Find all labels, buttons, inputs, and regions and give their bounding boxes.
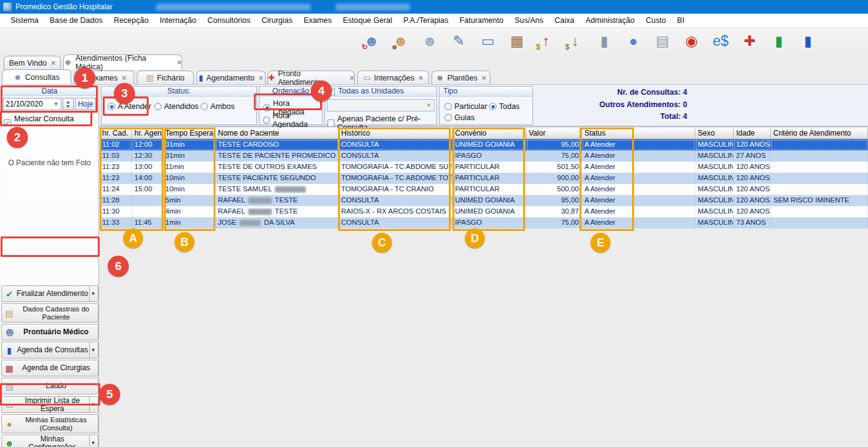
- dropdown-arrow-icon[interactable]: ▼: [89, 435, 97, 447]
- sidebar-button-dados-cadastrais-do-paciente[interactable]: ▤Dados Cadastrais do Paciente: [1, 303, 98, 323]
- radio-a-atender[interactable]: A Atender: [108, 102, 151, 111]
- tab-bem-vindo[interactable]: Bem Vindo×: [4, 56, 61, 69]
- column-header-sexo[interactable]: Sexo: [695, 128, 734, 139]
- sidebar-button-imprimir-lista-de-espera[interactable]: ▭Imprimir Lista de Espera▼: [1, 396, 98, 413]
- column-header-convenio[interactable]: Convênio: [453, 128, 526, 139]
- radio-todas[interactable]: Todas: [489, 102, 519, 111]
- subtab-internacoes[interactable]: ▭Internações×: [357, 71, 429, 84]
- radio-hora-agendada[interactable]: Hora Agendada: [263, 111, 322, 129]
- menu-custo[interactable]: Custo: [640, 14, 672, 27]
- cell-convenio: PARTICULAR: [453, 162, 526, 173]
- close-icon[interactable]: ×: [51, 59, 55, 67]
- unidade-select[interactable]: ▼: [327, 99, 435, 111]
- subtab-fichario[interactable]: ▤Fichário: [137, 71, 194, 84]
- e-billing-icon[interactable]: e$: [710, 30, 731, 52]
- sidebar-button-agenda-de-cirurgias[interactable]: ▦Agenda de Cirurgias: [1, 360, 98, 376]
- sidebar-button-finalizar-atendimento[interactable]: ✔Finalizar Atendimento▼: [1, 285, 98, 302]
- column-header-historico[interactable]: Histórico: [339, 128, 453, 139]
- menu-recepcao[interactable]: Recepção: [108, 14, 154, 27]
- date-select[interactable]: 21/10/2020▼: [3, 98, 61, 110]
- column-header-tempo-espera[interactable]: Tempo Espera: [163, 128, 215, 139]
- tab-label: Bem Vindo: [9, 59, 47, 67]
- menu-caixa[interactable]: Caixa: [549, 14, 580, 27]
- cell-idade: 27 ANOS: [734, 150, 771, 162]
- menu-exames[interactable]: Exames: [298, 14, 337, 27]
- sync-patient-icon-badge: ↻: [362, 43, 368, 51]
- ambulance-icon[interactable]: ✚: [739, 30, 760, 52]
- menu-cirurgias[interactable]: Cirurgias: [256, 14, 298, 27]
- menu-faturamento[interactable]: Faturamento: [454, 14, 509, 27]
- menu-p-a-terapias[interactable]: P.A./Terapias: [398, 14, 454, 27]
- sidebar-button-prontuario-medico[interactable]: ☻Prontuário Médico: [1, 324, 98, 341]
- radio-atendidos[interactable]: Atendidos: [154, 102, 199, 111]
- revenue-arrow-up-icon[interactable]: ↑$: [536, 30, 557, 52]
- medical-record-icon[interactable]: ✎: [448, 30, 469, 52]
- power-off-icon[interactable]: ◉: [681, 30, 702, 52]
- column-header-hr-agend[interactable]: hr. Agend: [132, 128, 163, 139]
- menu-consultorios[interactable]: Consultórios: [202, 14, 256, 27]
- subtab-exames[interactable]: ●Exames×: [74, 71, 134, 84]
- close-icon[interactable]: ×: [482, 74, 486, 82]
- cell-nome: RAFAEL TESTE: [215, 206, 339, 217]
- menu-sistema[interactable]: Sistema: [5, 14, 44, 27]
- today-button[interactable]: Hoje: [75, 98, 96, 110]
- subtab-pronto-atendimento[interactable]: ✚Pronto Atendimento×: [267, 71, 355, 84]
- sidebar-button-agenda-de-consultas[interactable]: ▮Agenda de Consultas▼: [1, 342, 98, 358]
- money-arrow-down-icon[interactable]: ↓$: [565, 30, 586, 52]
- cell-valor: 900,00: [526, 173, 582, 184]
- sidebar-button-minhas-configuracoes[interactable]: ☻Minhas Configurações▼: [1, 435, 98, 447]
- column-header-idade[interactable]: Idade: [734, 128, 771, 139]
- stat-total: Total: 4: [570, 111, 687, 123]
- patients-folder-icon[interactable]: ☻☻: [390, 30, 411, 52]
- menu-administracao[interactable]: Administração: [580, 14, 640, 27]
- cell-nome: JOSE DA SILVA: [215, 217, 339, 228]
- dropdown-arrow-icon[interactable]: ▼: [89, 342, 97, 358]
- promedico-window: Promedico Gestão Hospitalar SistemaBase …: [0, 0, 868, 447]
- menu-sus-ans[interactable]: Sus/Ans: [509, 14, 549, 27]
- data-group-title: Data: [2, 87, 97, 96]
- unidades-header: ✓ Todas as Unidades: [325, 87, 436, 97]
- report-icon[interactable]: ▤: [652, 30, 673, 52]
- subtab-agendamento[interactable]: ▮Agendamento×: [196, 71, 266, 84]
- doctor-icon[interactable]: ☻: [419, 30, 440, 52]
- hospital-bed-icon[interactable]: ▭: [477, 30, 498, 52]
- safe-icon[interactable]: ▮: [594, 30, 615, 52]
- dropdown-arrow-icon[interactable]: ▼: [89, 286, 97, 302]
- radio-particular[interactable]: Particular: [445, 102, 487, 111]
- menu-estoque-geral[interactable]: Estoque Geral: [337, 14, 398, 27]
- column-header-valor[interactable]: Valor: [526, 128, 582, 139]
- cell-sexo: MASCULINO: [695, 184, 734, 195]
- sidebar-button-laudo[interactable]: ▤Laudo: [1, 378, 98, 394]
- radio-label: Guias: [454, 113, 475, 122]
- radio-ambos[interactable]: Ambos: [201, 102, 235, 111]
- close-icon[interactable]: ×: [350, 74, 354, 82]
- tab-label: Exames: [90, 74, 118, 82]
- column-header-criterio-de-atendimento[interactable]: Critério de Atendimento: [771, 128, 868, 139]
- column-header-status[interactable]: Status: [582, 128, 695, 139]
- subtab-consultas[interactable]: ☻Consultas: [2, 69, 71, 84]
- contacts-journal-icon[interactable]: ▮: [797, 30, 818, 52]
- vitals-journal-icon[interactable]: ▮: [768, 30, 789, 52]
- date-spinner[interactable]: ▲▼: [63, 98, 74, 110]
- menu-internacao[interactable]: Internação: [154, 14, 202, 27]
- menu-base-de-dados[interactable]: Base de Dados: [44, 14, 108, 27]
- todas-unidades-checkbox[interactable]: ✓ Todas as Unidades: [328, 87, 404, 96]
- subtab-plantoes[interactable]: ☻Plantões×: [432, 71, 490, 84]
- cell-hr_agend: 13:00: [132, 162, 163, 173]
- column-header-nome-do-paciente[interactable]: Nome do Paciente: [215, 128, 339, 139]
- sidebar-button-minhas-estatisticas-consulta[interactable]: ●Minhas Estatísticas (Consulta): [1, 414, 98, 433]
- column-header-hr-cad[interactable]: hr. Cad.: [100, 128, 132, 139]
- close-icon[interactable]: ×: [177, 58, 181, 67]
- cell-sexo: MASCULINO: [695, 162, 734, 173]
- close-icon[interactable]: ×: [419, 74, 423, 82]
- cell-nome: TESTE PACIENTE SEGUNDO: [215, 173, 339, 184]
- chat-bubble-icon[interactable]: ●: [623, 30, 644, 52]
- radio-guias[interactable]: Guias: [445, 113, 475, 122]
- close-icon[interactable]: ×: [122, 74, 126, 82]
- close-icon[interactable]: ×: [259, 74, 263, 82]
- stock-boxes-icon[interactable]: ▦: [506, 30, 527, 52]
- sync-patient-icon[interactable]: ☻↻: [361, 30, 382, 52]
- tab-atendimentos-ficha-medica[interactable]: ☻Atendimentos (Ficha Médica)×: [63, 54, 182, 69]
- menu-bi[interactable]: BI: [672, 14, 690, 27]
- dropdown-arrow-icon[interactable]: ▼: [89, 397, 97, 412]
